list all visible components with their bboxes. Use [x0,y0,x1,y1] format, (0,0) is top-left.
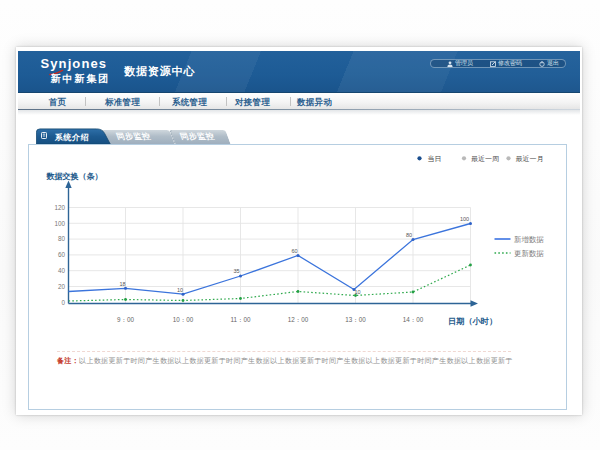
svg-text:最近一月: 最近一月 [516,155,544,163]
svg-text:60: 60 [291,248,297,254]
svg-text:更新数据: 更新数据 [514,249,544,258]
svg-text:12：00: 12：00 [288,316,309,323]
svg-text:35: 35 [233,268,239,274]
svg-text:日期（小时）: 日期（小时） [448,317,497,326]
svg-text:120: 120 [54,204,65,211]
svg-text:当日: 当日 [428,155,442,163]
svg-text:14：00: 14：00 [403,316,424,323]
svg-text:100: 100 [54,220,65,227]
svg-text:100: 100 [460,216,469,222]
svg-text:9：00: 9：00 [117,316,134,323]
svg-text:80: 80 [406,232,412,238]
svg-text:20: 20 [58,283,66,290]
svg-text:40: 40 [58,267,66,274]
svg-text:60: 60 [58,251,66,258]
svg-text:10: 10 [177,287,183,293]
svg-text:0: 0 [61,299,65,306]
svg-text:18: 18 [119,281,125,287]
svg-text:80: 80 [58,235,66,242]
svg-text:最近一周: 最近一周 [471,155,499,162]
svg-text:10：00: 10：00 [173,316,194,323]
svg-text:11：00: 11：00 [231,316,251,323]
svg-text:13：00: 13：00 [345,316,366,323]
svg-text:10: 10 [354,289,360,295]
svg-text:数据交换（条）: 数据交换（条） [46,172,103,181]
svg-text:新增数据: 新增数据 [514,235,544,244]
